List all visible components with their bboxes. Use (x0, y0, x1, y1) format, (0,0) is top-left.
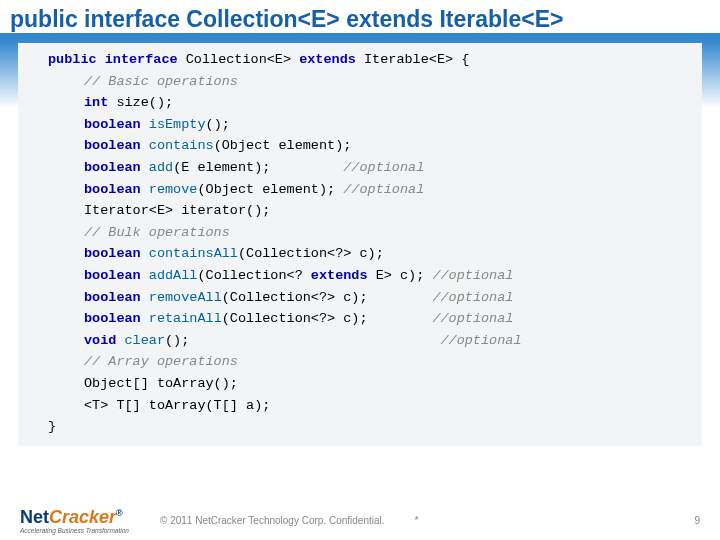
code-line: boolean removeAll(Collection<?> c); //op… (48, 287, 690, 309)
code-line: <T> T[] toArray(T[] a); (48, 395, 690, 417)
code-line: int size(); (48, 92, 690, 114)
code-line: Object[] toArray(); (48, 373, 690, 395)
logo-tagline: Accelerating Business Transformation (20, 528, 129, 535)
footer-center: © 2011 NetCracker Technology Corp. Confi… (160, 515, 418, 526)
code-block: public interface Collection<E> extends I… (18, 43, 702, 446)
code-line: boolean retainAll(Collection<?> c); //op… (48, 308, 690, 330)
code-line: boolean remove(Object element); //option… (48, 179, 690, 201)
code-line: } (48, 416, 690, 438)
logo: NetCracker® Accelerating Business Transf… (20, 508, 129, 535)
code-comment: // Bulk operations (48, 222, 690, 244)
code-line: void clear(); //optional (48, 330, 690, 352)
code-line: boolean add(E element); //optional (48, 157, 690, 179)
logo-main: NetCracker® (20, 508, 123, 526)
code-line: boolean containsAll(Collection<?> c); (48, 243, 690, 265)
page-number: 9 (694, 515, 700, 526)
code-comment: // Array operations (48, 351, 690, 373)
code-comment: // Basic operations (48, 71, 690, 93)
code-line: boolean addAll(Collection<? extends E> c… (48, 265, 690, 287)
code-line: Iterator<E> iterator(); (48, 200, 690, 222)
code-line: boolean contains(Object element); (48, 135, 690, 157)
slide-title: public interface Collection<E> extends I… (0, 0, 720, 33)
asterisk: * (415, 515, 419, 526)
footer: NetCracker® Accelerating Business Transf… (0, 508, 720, 535)
copyright-text: © 2011 NetCracker Technology Corp. Confi… (160, 515, 385, 526)
code-line: boolean isEmpty(); (48, 114, 690, 136)
code-line: public interface Collection<E> extends I… (48, 49, 690, 71)
